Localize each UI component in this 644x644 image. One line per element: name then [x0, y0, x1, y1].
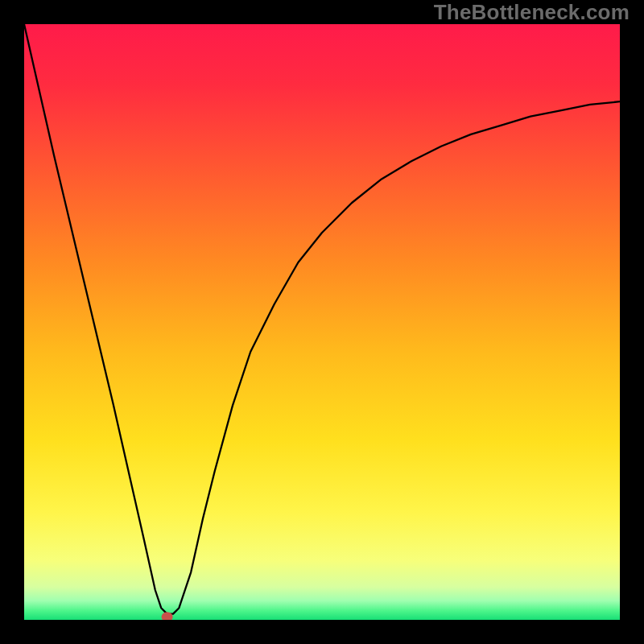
bottleneck-chart — [0, 0, 644, 644]
plot-background — [24, 24, 620, 620]
watermark-text: TheBottleneck.com — [434, 0, 630, 25]
